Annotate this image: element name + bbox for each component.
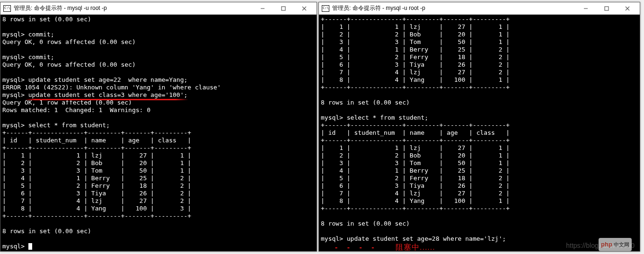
- svg-rect-5: [605, 7, 609, 10]
- annotation-underline: [25, 99, 188, 100]
- maximize-button[interactable]: [273, 2, 294, 15]
- cmd-window-left: 管理员: 命令提示符 - mysql -u root -p 8 rows in …: [0, 2, 317, 252]
- titlebar-right[interactable]: 管理员: 命令提示符 - mysql -u root -p: [319, 2, 640, 15]
- window-title-right: 管理员: 命令提示符 - mysql -u root -p: [332, 4, 575, 12]
- minimize-button[interactable]: [575, 2, 596, 15]
- svg-rect-1: [282, 7, 285, 10]
- cmd-icon: [3, 5, 11, 12]
- minimize-button[interactable]: [252, 2, 273, 15]
- titlebar-left[interactable]: 管理员: 命令提示符 - mysql -u root -p: [0, 2, 317, 15]
- title-controls-left: [252, 2, 315, 14]
- maximize-button[interactable]: [596, 2, 617, 15]
- title-controls-right: [575, 2, 638, 14]
- terminal-output-left[interactable]: 8 rows in set (0.00 sec) mysql> commit; …: [0, 15, 317, 251]
- terminal-output-right[interactable]: +------+--------------+---------+-------…: [319, 15, 640, 251]
- cmd-window-right: 管理员: 命令提示符 - mysql -u root -p +------+--…: [318, 2, 640, 252]
- window-title-left: 管理员: 命令提示符 - mysql -u root -p: [14, 4, 252, 12]
- close-button[interactable]: [294, 2, 315, 15]
- cursor: [28, 243, 32, 250]
- blocking-annotation: - - - - 阻塞中......: [321, 243, 638, 251]
- cmd-icon: [322, 5, 329, 12]
- close-button[interactable]: [617, 2, 638, 15]
